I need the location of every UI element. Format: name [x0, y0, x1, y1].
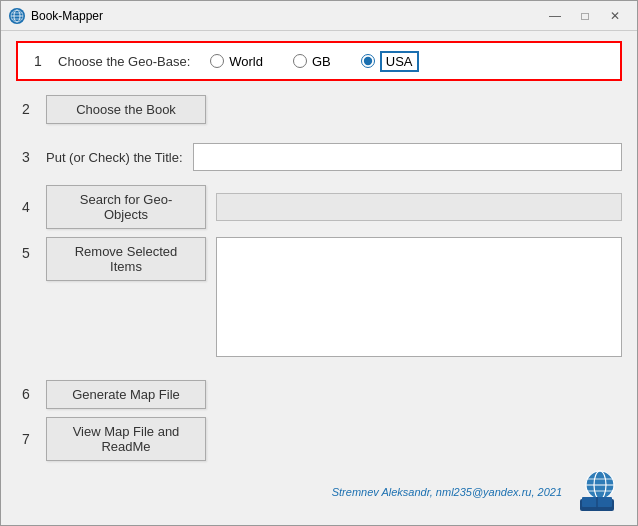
- generate-map-row: 6 Generate Map File: [16, 375, 622, 413]
- titlebar: Book-Mapper — □ ✕: [1, 1, 637, 31]
- app-window: Book-Mapper — □ ✕ 1 Choose the Geo-Base:…: [0, 0, 638, 526]
- footer: 6 Generate Map File 7 View Map File and …: [1, 370, 637, 525]
- row-1-number: 1: [28, 53, 48, 69]
- footer-bottom: Stremnev Aleksandr, nml235@yandex.ru, 20…: [16, 467, 622, 517]
- globe-book-icon: [572, 467, 622, 517]
- radio-gb-input[interactable]: [293, 54, 307, 68]
- title-label: Put (or Check) the Title:: [46, 150, 183, 165]
- search-display: [216, 193, 622, 221]
- view-map-button[interactable]: View Map File and ReadMe: [46, 417, 206, 461]
- row-3-number: 3: [16, 149, 36, 165]
- credit-text: Stremnev Aleksandr, nml235@yandex.ru, 20…: [332, 486, 562, 498]
- choose-book-button[interactable]: Choose the Book: [46, 95, 206, 124]
- radio-usa-input[interactable]: [361, 54, 375, 68]
- geo-base-label: Choose the Geo-Base:: [58, 54, 190, 69]
- search-geo-row: 4 Search for Geo-Objects: [16, 185, 622, 229]
- row-7-number: 7: [16, 431, 36, 447]
- generate-map-button[interactable]: Generate Map File: [46, 380, 206, 409]
- minimize-button[interactable]: —: [541, 6, 569, 26]
- view-map-row: 7 View Map File and ReadMe: [16, 417, 622, 461]
- row-2-number: 2: [16, 101, 36, 117]
- title-row: 3 Put (or Check) the Title:: [16, 137, 622, 177]
- remove-items-row: 5 Remove Selected Items: [16, 237, 622, 360]
- choose-book-row: 2 Choose the Book: [16, 89, 622, 129]
- radio-world[interactable]: World: [210, 54, 263, 69]
- radio-usa[interactable]: USA: [361, 51, 419, 72]
- radio-gb-label: GB: [312, 54, 331, 69]
- remove-items-button[interactable]: Remove Selected Items: [46, 237, 206, 281]
- radio-world-input[interactable]: [210, 54, 224, 68]
- row-6-number: 6: [16, 386, 36, 402]
- radio-gb[interactable]: GB: [293, 54, 331, 69]
- title-input[interactable]: [193, 143, 622, 171]
- items-list[interactable]: [216, 237, 622, 357]
- maximize-button[interactable]: □: [571, 6, 599, 26]
- app-icon: [9, 8, 25, 24]
- window-controls: — □ ✕: [541, 6, 629, 26]
- radio-world-label: World: [229, 54, 263, 69]
- items-list-container: [216, 237, 622, 360]
- radio-usa-label: USA: [380, 51, 419, 72]
- search-geo-button[interactable]: Search for Geo-Objects: [46, 185, 206, 229]
- main-content: 1 Choose the Geo-Base: World GB USA 2: [1, 31, 637, 370]
- window-title: Book-Mapper: [31, 9, 541, 23]
- geo-base-options: World GB USA: [210, 51, 418, 72]
- row-4-number: 4: [16, 199, 36, 215]
- row-5-number: 5: [16, 237, 36, 261]
- close-button[interactable]: ✕: [601, 6, 629, 26]
- geo-base-row: 1 Choose the Geo-Base: World GB USA: [16, 41, 622, 81]
